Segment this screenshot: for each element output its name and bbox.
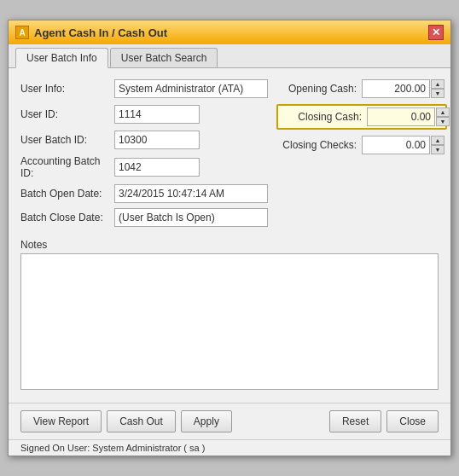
user-info-field[interactable] <box>114 79 268 98</box>
notes-section: Notes <box>20 239 439 392</box>
closing-cash-field[interactable] <box>367 107 435 126</box>
opening-cash-row: Opening Cash: ▲ ▼ <box>276 78 447 99</box>
opening-cash-field[interactable] <box>362 79 430 98</box>
form-section: User Info: User ID: User Batch ID: Accou… <box>20 78 439 232</box>
view-report-button[interactable]: View Report <box>20 410 102 432</box>
status-bar: Signed On User: System Administrator ( s… <box>9 439 450 456</box>
user-batch-id-row: User Batch ID: <box>20 130 268 150</box>
main-window: A Agent Cash In / Cash Out ✕ User Batch … <box>8 20 451 456</box>
notes-label: Notes <box>20 239 439 251</box>
accounting-batch-id-label: Accounting Batch ID: <box>20 155 114 179</box>
closing-cash-wrap: ▲ ▼ <box>367 107 450 126</box>
closing-checks-row: Closing Checks: ▲ ▼ <box>276 135 447 155</box>
user-info-row: User Info: <box>20 78 268 99</box>
user-info-label: User Info: <box>20 83 114 95</box>
cash-out-button[interactable]: Cash Out <box>107 410 176 432</box>
closing-checks-label: Closing Checks: <box>276 139 362 151</box>
opening-cash-wrap: ▲ ▼ <box>362 79 447 98</box>
batch-close-date-row: Batch Close Date: <box>20 208 268 227</box>
close-button[interactable]: Close <box>386 410 439 432</box>
user-id-field[interactable] <box>114 105 200 124</box>
app-icon: A <box>15 26 29 39</box>
user-batch-id-label: User Batch ID: <box>20 134 114 146</box>
footer-buttons: View Report Cash Out Apply Reset Close <box>9 403 450 439</box>
closing-cash-down[interactable]: ▼ <box>436 117 450 126</box>
batch-close-date-field[interactable] <box>114 208 268 227</box>
window-title: Agent Cash In / Cash Out <box>34 26 167 39</box>
user-id-row: User ID: <box>20 104 268 125</box>
closing-cash-spinner: ▲ ▼ <box>436 107 450 126</box>
opening-cash-label: Opening Cash: <box>276 83 362 95</box>
closing-cash-up[interactable]: ▲ <box>436 107 450 117</box>
apply-button[interactable]: Apply <box>181 410 232 432</box>
closing-checks-down[interactable]: ▼ <box>431 145 444 154</box>
reset-button[interactable]: Reset <box>329 410 381 432</box>
opening-cash-spinner: ▲ ▼ <box>431 79 444 98</box>
closing-cash-row: Closing Cash: ▲ ▼ <box>276 104 447 130</box>
tab-user-batch-search[interactable]: User Batch Search <box>110 48 218 67</box>
opening-cash-down[interactable]: ▼ <box>431 89 444 98</box>
batch-open-date-field[interactable] <box>114 184 268 203</box>
tab-bar: User Batch Info User Batch Search <box>9 44 450 68</box>
form-content: User Info: User ID: User Batch ID: Accou… <box>9 68 450 403</box>
title-bar: A Agent Cash In / Cash Out ✕ <box>9 20 450 44</box>
tab-user-batch-info[interactable]: User Batch Info <box>15 48 108 68</box>
notes-field[interactable] <box>20 253 439 390</box>
form-right: Opening Cash: ▲ ▼ Closing Cash: <box>276 78 447 232</box>
opening-cash-up[interactable]: ▲ <box>431 79 444 89</box>
closing-checks-up[interactable]: ▲ <box>431 136 444 145</box>
closing-checks-field[interactable] <box>362 136 430 154</box>
batch-open-date-label: Batch Open Date: <box>20 188 114 200</box>
batch-close-date-label: Batch Close Date: <box>20 212 114 223</box>
accounting-batch-id-row: Accounting Batch ID: <box>20 155 268 179</box>
user-id-label: User ID: <box>20 108 114 120</box>
closing-checks-wrap: ▲ ▼ <box>362 136 447 154</box>
status-text: Signed On User: System Administrator ( s… <box>20 443 205 453</box>
title-bar-left: A Agent Cash In / Cash Out <box>15 26 167 39</box>
close-icon[interactable]: ✕ <box>428 25 444 40</box>
batch-open-date-row: Batch Open Date: <box>20 184 268 203</box>
accounting-batch-id-field[interactable] <box>114 158 200 177</box>
closing-cash-label: Closing Cash: <box>282 111 367 123</box>
closing-checks-spinner: ▲ ▼ <box>431 136 444 154</box>
user-batch-id-field[interactable] <box>114 131 200 149</box>
form-left: User Info: User ID: User Batch ID: Accou… <box>20 78 268 232</box>
